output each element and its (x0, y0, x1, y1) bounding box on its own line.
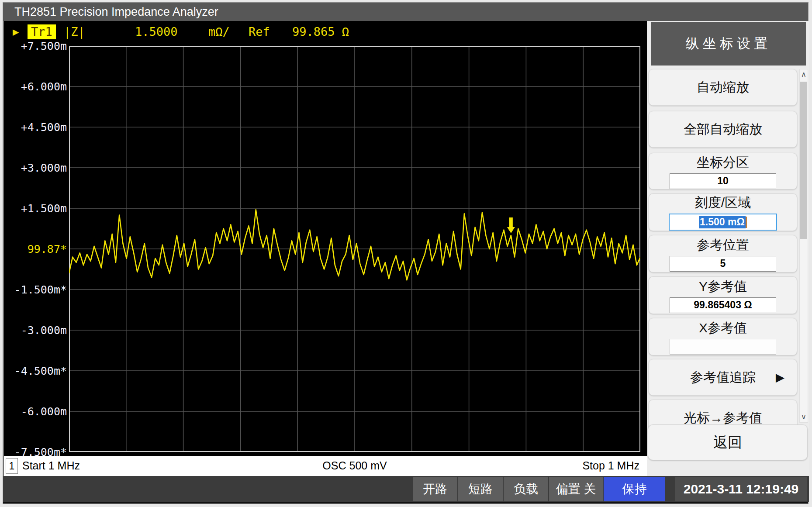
trace-ref-label: Ref (249, 24, 270, 39)
sidebar-title: 纵坐标设置 (651, 22, 806, 66)
ref-tracking-button[interactable]: 参考值追踪 ▶ (649, 359, 797, 396)
toolbar-button-load[interactable]: 负载 (504, 477, 548, 501)
back-button[interactable]: 返回 (648, 424, 808, 460)
text-caret (746, 217, 747, 228)
scroll-up-icon[interactable]: ∧ (800, 69, 808, 80)
auto-scale-all-button[interactable]: 全部自动缩放 (649, 111, 797, 148)
scale-per-div-group[interactable]: 刻度/区域 1.500 mΩ (649, 193, 797, 231)
scale-per-div-input[interactable]: 1.500 mΩ (669, 214, 777, 231)
sidebar-scrollbar[interactable]: ∧ ∨ (799, 69, 808, 423)
y-axis-label: -6.000m (6, 405, 67, 418)
y-ref-input[interactable]: 99.865403 Ω (670, 297, 776, 313)
datetime-display: 2021-3-11 12:19:49 (675, 477, 807, 501)
trace-chart-svg (69, 46, 640, 452)
ref-position-input[interactable]: 5 (670, 256, 776, 272)
divisions-input[interactable]: 10 (670, 173, 776, 189)
y-axis-label: +7.500m (6, 40, 67, 52)
sweep-status-bar: 1 Start 1 MHz OSC 500 mV Stop 1 MHz (4, 456, 647, 476)
submenu-arrow-icon: ▶ (776, 371, 784, 384)
bottom-toolbar: 开路短路负载偏置 关保持 2021-3-11 12:19:49 (3, 476, 809, 502)
y-axis-label: +4.500m (6, 121, 67, 134)
y-axis-label: +3.000m (6, 162, 67, 174)
toolbar-button-bias[interactable]: 偏置 关 (549, 477, 603, 501)
trace-plot[interactable] (69, 46, 640, 452)
x-ref-input[interactable] (670, 339, 776, 355)
auto-scale-button[interactable]: 自动缩放 (649, 69, 797, 106)
window-title: TH2851 Precision Impedance Analyzer (14, 5, 218, 18)
trace-param: |Z| (64, 24, 85, 39)
trace-select-arrow-icon: ▶ (13, 24, 19, 39)
y-axis-ref-label: 99.87* (6, 243, 67, 255)
y-ref-group[interactable]: Y参考值 99.865403 Ω (649, 276, 797, 314)
y-axis-label: -3.000m (6, 324, 67, 337)
app-window: TH2851 Precision Impedance Analyzer ▶ Tr… (3, 2, 809, 504)
y-axis-label: -1.500m* (6, 283, 67, 296)
ref-position-group[interactable]: 参考位置 5 (649, 235, 797, 272)
marker-arrow-icon[interactable] (507, 217, 515, 233)
plot-panel: ▶ Tr1 |Z| 1.5000 mΩ/ Ref 99.865 Ω +7.500… (3, 21, 647, 476)
selected-text: 1.500 mΩ (699, 216, 746, 228)
sweep-stop: Stop 1 MHz (582, 459, 639, 472)
toolbar-button-open-circuit[interactable]: 开路 (413, 477, 457, 501)
scrollbar-thumb[interactable] (800, 82, 807, 239)
y-axis-label: -4.500m* (6, 365, 67, 377)
scale-settings-sidebar: 纵坐标设置 自动缩放 全部自动缩放 坐标分区 10 刻度/区域 1.500 mΩ… (647, 21, 809, 476)
trace-scale-value: 1.5000 (135, 24, 178, 39)
divisions-group[interactable]: 坐标分区 10 (649, 153, 797, 190)
channel-indicator: 1 (6, 458, 18, 474)
trace-name-chip[interactable]: Tr1 (28, 24, 56, 39)
toolbar-button-hold[interactable]: 保持 (604, 477, 665, 501)
y-axis-label: +1.500m (6, 202, 67, 215)
screen: { "window": { "title": "TH2851 Precision… (0, 0, 812, 507)
trace-scale-unit: mΩ/ (208, 24, 230, 39)
y-axis-label: +6.000m (6, 80, 67, 93)
scroll-down-icon[interactable]: ∨ (800, 412, 808, 422)
toolbar-button-short-circuit[interactable]: 短路 (458, 477, 503, 501)
osc-level: OSC 500 mV (69, 459, 640, 472)
title-bar: TH2851 Precision Impedance Analyzer (3, 3, 808, 21)
trace-ref-value: 99.865 Ω (292, 24, 349, 39)
x-ref-group[interactable]: X参考值 (649, 318, 797, 355)
